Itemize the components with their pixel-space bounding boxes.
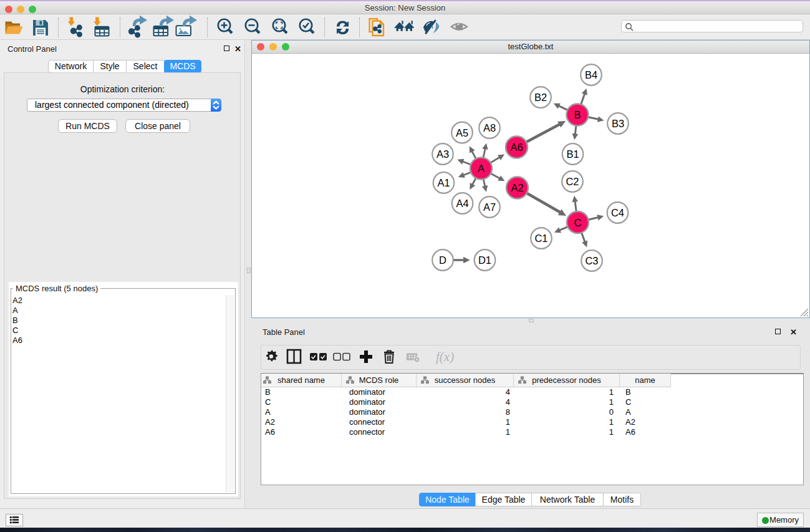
svg-text:A6: A6 — [510, 142, 523, 153]
svg-text:A: A — [478, 163, 485, 174]
svg-text:B3: B3 — [612, 118, 624, 129]
svg-text:A2: A2 — [511, 182, 523, 193]
svg-text:B2: B2 — [534, 92, 547, 103]
svg-text:A5: A5 — [456, 127, 468, 138]
svg-text:C: C — [574, 217, 582, 228]
svg-text:C4: C4 — [611, 207, 624, 218]
svg-text:B1: B1 — [566, 148, 579, 160]
svg-text:D1: D1 — [478, 254, 491, 266]
svg-text:B4: B4 — [585, 69, 597, 80]
svg-text:B: B — [574, 109, 581, 120]
svg-text:A8: A8 — [483, 122, 496, 133]
svg-text:C2: C2 — [566, 176, 579, 187]
svg-text:A3: A3 — [436, 148, 449, 160]
svg-text:C1: C1 — [534, 233, 547, 244]
svg-text:A7: A7 — [483, 201, 496, 213]
svg-text:f(x): f(x) — [436, 349, 454, 364]
svg-text:C3: C3 — [585, 255, 598, 266]
svg-text:A1: A1 — [437, 177, 450, 188]
svg-text:D: D — [439, 254, 446, 266]
svg-text:A4: A4 — [456, 198, 468, 209]
